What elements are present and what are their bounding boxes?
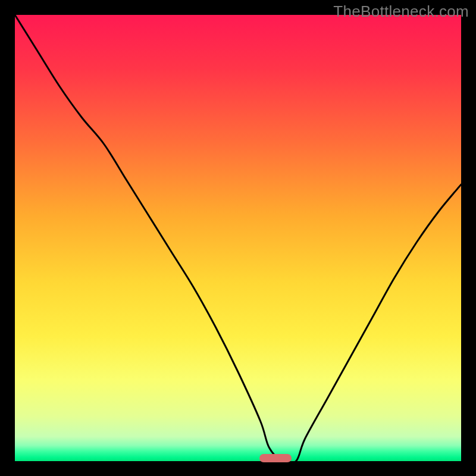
- optimal-range-marker: [259, 454, 292, 462]
- gradient-background: [15, 15, 461, 461]
- bottleneck-chart: [15, 15, 461, 461]
- plot-area: [15, 15, 461, 461]
- chart-frame: TheBottleneck.com: [0, 0, 476, 476]
- watermark-text: TheBottleneck.com: [333, 2, 469, 21]
